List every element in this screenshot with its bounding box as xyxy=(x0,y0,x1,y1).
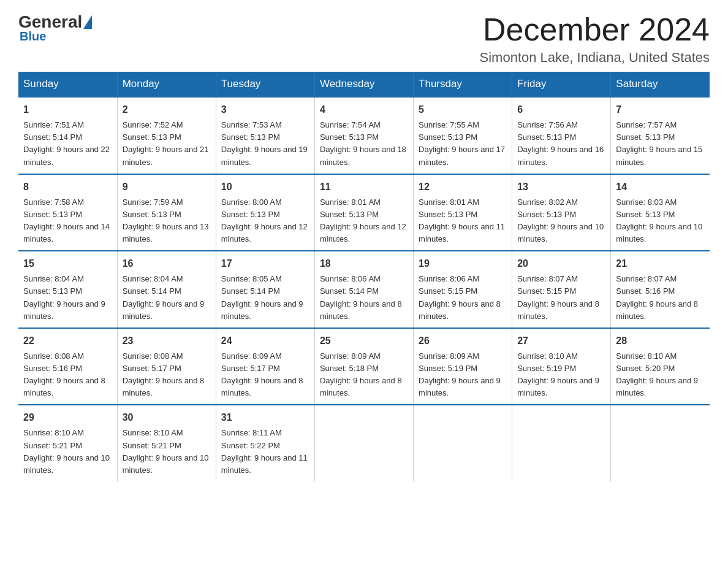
daylight-label: Daylight: 9 hours and 10 minutes. xyxy=(23,453,110,475)
day-info: Sunrise: 8:01 AM Sunset: 5:13 PM Dayligh… xyxy=(320,196,408,246)
calendar-day-cell xyxy=(512,405,611,481)
sunset-label: Sunset: 5:13 PM xyxy=(23,210,82,219)
day-number: 3 xyxy=(221,102,309,117)
calendar-day-cell: 5 Sunrise: 7:55 AM Sunset: 5:13 PM Dayli… xyxy=(414,97,512,174)
day-info: Sunrise: 8:09 AM Sunset: 5:17 PM Dayligh… xyxy=(221,350,309,400)
day-number: 16 xyxy=(123,256,211,271)
day-info: Sunrise: 8:02 AM Sunset: 5:13 PM Dayligh… xyxy=(517,196,605,246)
calendar-week-row: 1 Sunrise: 7:51 AM Sunset: 5:14 PM Dayli… xyxy=(18,97,710,174)
day-number: 9 xyxy=(123,180,211,194)
sunset-label: Sunset: 5:13 PM xyxy=(123,132,181,142)
daylight-label: Daylight: 9 hours and 8 minutes. xyxy=(419,299,501,321)
day-number: 28 xyxy=(616,334,705,348)
day-number: 24 xyxy=(221,334,309,348)
daylight-label: Daylight: 9 hours and 9 minutes. xyxy=(23,299,105,321)
calendar-day-cell: 2 Sunrise: 7:52 AM Sunset: 5:13 PM Dayli… xyxy=(117,97,216,174)
day-number: 5 xyxy=(419,102,507,117)
day-number: 13 xyxy=(517,180,605,194)
day-info: Sunrise: 8:01 AM Sunset: 5:13 PM Dayligh… xyxy=(419,196,507,246)
sunrise-label: Sunrise: 8:10 AM xyxy=(23,428,84,437)
day-info: Sunrise: 8:06 AM Sunset: 5:15 PM Dayligh… xyxy=(419,273,507,323)
day-info: Sunrise: 7:58 AM Sunset: 5:13 PM Dayligh… xyxy=(23,196,112,246)
calendar-day-cell: 1 Sunrise: 7:51 AM Sunset: 5:14 PM Dayli… xyxy=(18,97,117,174)
calendar-day-cell: 9 Sunrise: 7:59 AM Sunset: 5:13 PM Dayli… xyxy=(117,174,216,251)
weekday-header: Tuesday xyxy=(216,72,314,97)
calendar-day-cell: 30 Sunrise: 8:10 AM Sunset: 5:21 PM Dayl… xyxy=(117,405,216,481)
calendar-day-cell: 20 Sunrise: 8:07 AM Sunset: 5:15 PM Dayl… xyxy=(512,251,611,328)
day-info: Sunrise: 7:51 AM Sunset: 5:14 PM Dayligh… xyxy=(23,119,112,169)
calendar-day-cell: 17 Sunrise: 8:05 AM Sunset: 5:14 PM Dayl… xyxy=(216,251,314,328)
page-subtitle: Simonton Lake, Indiana, United States xyxy=(480,50,710,66)
day-number: 21 xyxy=(616,256,705,271)
day-number: 18 xyxy=(320,256,408,271)
day-info: Sunrise: 8:06 AM Sunset: 5:14 PM Dayligh… xyxy=(320,273,408,323)
calendar-day-cell: 6 Sunrise: 7:56 AM Sunset: 5:13 PM Dayli… xyxy=(512,97,611,174)
sunset-label: Sunset: 5:14 PM xyxy=(23,132,82,142)
daylight-label: Daylight: 9 hours and 8 minutes. xyxy=(320,376,402,397)
daylight-label: Daylight: 9 hours and 18 minutes. xyxy=(320,145,406,166)
calendar-day-cell xyxy=(314,405,413,481)
day-number: 26 xyxy=(419,334,507,348)
sunset-label: Sunset: 5:13 PM xyxy=(616,132,675,142)
calendar-day-cell xyxy=(611,405,710,481)
day-info: Sunrise: 8:09 AM Sunset: 5:19 PM Dayligh… xyxy=(419,350,507,400)
daylight-label: Daylight: 9 hours and 9 minutes. xyxy=(123,299,205,321)
day-info: Sunrise: 8:04 AM Sunset: 5:13 PM Dayligh… xyxy=(23,273,112,323)
day-info: Sunrise: 8:07 AM Sunset: 5:15 PM Dayligh… xyxy=(517,273,605,323)
day-info: Sunrise: 7:57 AM Sunset: 5:13 PM Dayligh… xyxy=(616,119,705,169)
sunrise-label: Sunrise: 7:52 AM xyxy=(123,120,183,129)
daylight-label: Daylight: 9 hours and 16 minutes. xyxy=(517,145,604,166)
calendar-day-cell: 25 Sunrise: 8:09 AM Sunset: 5:18 PM Dayl… xyxy=(314,328,413,405)
day-info: Sunrise: 7:53 AM Sunset: 5:13 PM Dayligh… xyxy=(221,119,309,169)
sunset-label: Sunset: 5:16 PM xyxy=(23,364,82,373)
daylight-label: Daylight: 9 hours and 21 minutes. xyxy=(123,145,209,166)
sunset-label: Sunset: 5:14 PM xyxy=(221,286,280,296)
sunrise-label: Sunrise: 8:09 AM xyxy=(419,351,479,361)
sunset-label: Sunset: 5:19 PM xyxy=(419,364,477,373)
calendar-week-row: 22 Sunrise: 8:08 AM Sunset: 5:16 PM Dayl… xyxy=(18,328,710,405)
daylight-label: Daylight: 9 hours and 10 minutes. xyxy=(616,222,702,243)
weekday-header: Wednesday xyxy=(314,72,413,97)
weekday-header: Sunday xyxy=(18,72,117,97)
sunrise-label: Sunrise: 7:56 AM xyxy=(517,120,578,129)
sunset-label: Sunset: 5:21 PM xyxy=(123,441,181,450)
calendar-table: SundayMondayTuesdayWednesdayThursdayFrid… xyxy=(18,72,710,481)
sunrise-label: Sunrise: 7:54 AM xyxy=(320,120,381,129)
sunset-label: Sunset: 5:13 PM xyxy=(320,132,379,142)
daylight-label: Daylight: 9 hours and 8 minutes. xyxy=(221,376,303,397)
sunset-label: Sunset: 5:13 PM xyxy=(123,210,181,219)
sunrise-label: Sunrise: 8:11 AM xyxy=(221,428,282,437)
sunset-label: Sunset: 5:15 PM xyxy=(517,286,576,296)
day-number: 22 xyxy=(23,334,112,348)
day-number: 27 xyxy=(517,334,605,348)
page-title: December 2024 xyxy=(480,12,710,47)
sunset-label: Sunset: 5:22 PM xyxy=(221,441,280,450)
day-info: Sunrise: 7:52 AM Sunset: 5:13 PM Dayligh… xyxy=(123,119,211,169)
calendar-day-cell: 28 Sunrise: 8:10 AM Sunset: 5:20 PM Dayl… xyxy=(611,328,710,405)
weekday-header: Saturday xyxy=(611,72,710,97)
day-number: 14 xyxy=(616,180,705,194)
sunset-label: Sunset: 5:13 PM xyxy=(517,132,576,142)
sunrise-label: Sunrise: 7:55 AM xyxy=(419,120,479,129)
day-number: 30 xyxy=(123,410,211,425)
calendar-day-cell: 23 Sunrise: 8:08 AM Sunset: 5:17 PM Dayl… xyxy=(117,328,216,405)
daylight-label: Daylight: 9 hours and 9 minutes. xyxy=(616,376,698,397)
calendar-day-cell: 12 Sunrise: 8:01 AM Sunset: 5:13 PM Dayl… xyxy=(414,174,512,251)
sunset-label: Sunset: 5:13 PM xyxy=(517,210,576,219)
weekday-header: Thursday xyxy=(414,72,512,97)
day-number: 10 xyxy=(221,180,309,194)
day-number: 1 xyxy=(23,102,112,117)
sunrise-label: Sunrise: 8:10 AM xyxy=(616,351,677,361)
calendar-day-cell: 4 Sunrise: 7:54 AM Sunset: 5:13 PM Dayli… xyxy=(314,97,413,174)
calendar-day-cell: 11 Sunrise: 8:01 AM Sunset: 5:13 PM Dayl… xyxy=(314,174,413,251)
day-info: Sunrise: 8:10 AM Sunset: 5:19 PM Dayligh… xyxy=(517,350,605,400)
logo[interactable]: General Blue xyxy=(18,12,93,44)
calendar-header: SundayMondayTuesdayWednesdayThursdayFrid… xyxy=(18,72,710,97)
day-info: Sunrise: 8:10 AM Sunset: 5:21 PM Dayligh… xyxy=(123,427,211,477)
daylight-label: Daylight: 9 hours and 8 minutes. xyxy=(616,299,698,321)
day-number: 23 xyxy=(123,334,211,348)
day-number: 2 xyxy=(123,102,211,117)
day-number: 7 xyxy=(616,102,705,117)
daylight-label: Daylight: 9 hours and 12 minutes. xyxy=(221,222,308,243)
day-number: 19 xyxy=(419,256,507,271)
